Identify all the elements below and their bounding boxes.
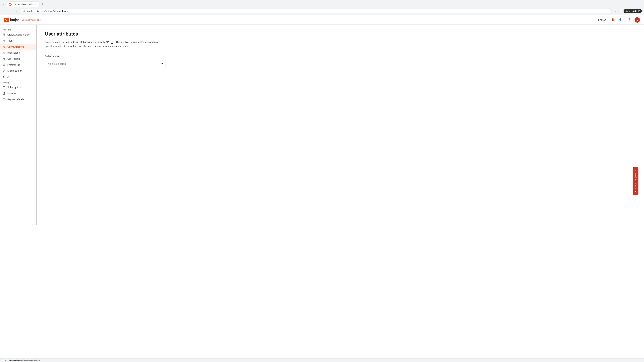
- svg-point-2: [4, 40, 5, 40]
- language-label: English: [598, 18, 606, 21]
- help-icon-button[interactable]: ❓: [626, 17, 632, 23]
- address-bar[interactable]: 🔒 insights.hotjar.com/settings/user-attr…: [20, 9, 612, 13]
- status-bar: https://insights.hotjar.com/settings/int…: [0, 358, 644, 362]
- page-description: Track custom user attributes in Hotjar w…: [45, 40, 162, 48]
- hotjar-icon: [4, 17, 9, 22]
- credit-card-icon: [3, 98, 6, 101]
- sidebar-item-team[interactable]: Team: [0, 38, 37, 44]
- reader-mode-button[interactable]: ☰: [618, 9, 623, 13]
- site-selector-placeholder: No site selected: [48, 62, 66, 65]
- gift-icon-button[interactable]: 🎁: [610, 17, 616, 23]
- tab-bar: ▾ User attributes - Hotjar × +: [0, 0, 644, 7]
- sidebar-item-label: Invoices: [8, 92, 16, 95]
- subscriptions-icon: [3, 86, 6, 89]
- tab-title: User attributes - Hotjar: [13, 3, 33, 5]
- sidebar-item-sso[interactable]: Single sign-on: [0, 68, 37, 74]
- new-tab-button[interactable]: +: [40, 2, 45, 6]
- rate-experience-label: Rate your experience: [634, 170, 636, 189]
- tab-list-button[interactable]: ▾: [1, 2, 6, 6]
- address-text: insights.hotjar.com/settings/user-attrib…: [27, 10, 608, 12]
- site-selector-chevron-icon: ▾: [162, 62, 163, 65]
- sidebar-scrollbar: [36, 25, 37, 225]
- app-container: hotjar Upgrade your plans English ▾ 🎁 👤+…: [0, 15, 644, 358]
- site-selector-section: Select a site: No site selected ▾: [45, 55, 636, 68]
- puzzle-icon: [3, 51, 6, 54]
- incognito-icon: 🕵: [626, 10, 628, 12]
- main-content: User attributes Track custom user attrib…: [37, 25, 644, 358]
- sidebar-item-label: Integrations: [8, 51, 20, 54]
- refresh-button[interactable]: ↻: [14, 9, 19, 13]
- tab-close-button[interactable]: ×: [34, 3, 37, 6]
- svg-point-8: [4, 65, 5, 65]
- user-tag-icon: [3, 45, 6, 48]
- sidebar-item-user-lookup[interactable]: User lookup: [0, 56, 37, 62]
- address-secure-icon: 🔒: [23, 10, 26, 12]
- hotjar-svg: [5, 18, 8, 21]
- sidebar-item-api[interactable]: API: [0, 74, 37, 80]
- tab-favicon: [9, 3, 12, 6]
- svg-rect-12: [3, 98, 5, 100]
- sidebar-item-label: API: [8, 76, 11, 78]
- sidebar-item-organizations[interactable]: Organizations & sites: [0, 32, 37, 38]
- site-selector-dropdown[interactable]: No site selected ▾: [45, 60, 166, 68]
- lock-icon: [3, 69, 6, 72]
- user-avatar[interactable]: U: [634, 17, 640, 23]
- tab-favicon-inner: [10, 3, 11, 5]
- description-text-1: Track custom user attributes in Hotjar w…: [45, 40, 97, 43]
- main-layout: Account Organizations & sites Team User …: [0, 25, 644, 358]
- select-site-label: Select a site:: [45, 55, 636, 58]
- sidebar-item-label: Payment details: [8, 98, 24, 101]
- sidebar-item-invoices[interactable]: Invoices: [0, 90, 37, 96]
- svg-rect-0: [3, 34, 5, 36]
- building-icon: [3, 33, 6, 36]
- svg-point-7: [4, 64, 4, 64]
- rate-experience-tab[interactable]: ★ Rate your experience: [632, 167, 638, 195]
- add-user-icon-button[interactable]: 👤+: [618, 17, 624, 23]
- sidebar-item-preferences[interactable]: Preferences: [0, 62, 37, 68]
- status-url: https://insights.hotjar.com/settings/int…: [2, 359, 40, 361]
- file-icon: [3, 92, 6, 95]
- hotjar-wordmark: hotjar: [10, 18, 19, 22]
- sidebar-item-label: Subscriptions: [8, 86, 22, 89]
- svg-point-9: [4, 65, 4, 66]
- navigation-bar: ← → ↻ 🔒 insights.hotjar.com/settings/use…: [0, 7, 644, 15]
- sidebar-item-label: User lookup: [8, 57, 20, 60]
- svg-rect-11: [3, 86, 5, 88]
- svg-rect-10: [3, 71, 5, 72]
- sliders-icon: [3, 63, 6, 66]
- sidebar-item-label: Preferences: [8, 63, 20, 66]
- billing-section-label: Billing: [0, 80, 37, 84]
- people-icon: [3, 39, 6, 42]
- sidebar-item-label: User attributes: [8, 45, 24, 48]
- forward-button[interactable]: →: [8, 9, 13, 13]
- sidebar-item-label: Single sign-on: [8, 69, 22, 72]
- app-header: hotjar Upgrade your plans English ▾ 🎁 👤+…: [0, 15, 644, 25]
- active-tab[interactable]: User attributes - Hotjar ×: [7, 1, 40, 7]
- search-user-icon: [3, 57, 6, 60]
- identify-api-link[interactable]: Identify API: [97, 40, 110, 43]
- sidebar-item-label: Organizations & sites: [8, 33, 30, 36]
- sidebar-item-label: Team: [8, 39, 13, 42]
- external-link-icon: ↗: [111, 41, 113, 43]
- incognito-label: Incognito (2): [629, 10, 640, 12]
- incognito-button[interactable]: 🕵 Incognito (2): [624, 9, 642, 13]
- sidebar-item-user-attributes[interactable]: User attributes: [0, 44, 37, 50]
- sidebar-item-subscriptions[interactable]: Subscriptions: [0, 84, 37, 90]
- bookmark-button[interactable]: ☆: [613, 9, 618, 13]
- page-title: User attributes: [45, 31, 636, 37]
- sidebar: Account Organizations & sites Team User …: [0, 25, 37, 358]
- sidebar-item-payment-details[interactable]: Payment details: [0, 96, 37, 102]
- language-chevron-icon: ▾: [606, 18, 608, 21]
- code-icon: [3, 75, 6, 78]
- nav-actions: ☆ ☰ 🕵 Incognito (2): [613, 9, 642, 13]
- language-selector[interactable]: English ▾: [598, 18, 608, 21]
- browser-chrome: ▾ User attributes - Hotjar × + ← → ↻ 🔒 i…: [0, 0, 644, 15]
- upgrade-link[interactable]: Upgrade your plans: [22, 18, 40, 21]
- rate-star-icon: ★: [634, 190, 636, 192]
- account-section-label: Account: [0, 27, 37, 32]
- hotjar-logo[interactable]: hotjar: [4, 17, 19, 22]
- back-button[interactable]: ←: [2, 9, 7, 13]
- header-actions: English ▾ 🎁 👤+ ❓ U: [598, 17, 640, 23]
- sidebar-item-integrations[interactable]: Integrations: [0, 50, 37, 56]
- svg-point-3: [4, 46, 4, 46]
